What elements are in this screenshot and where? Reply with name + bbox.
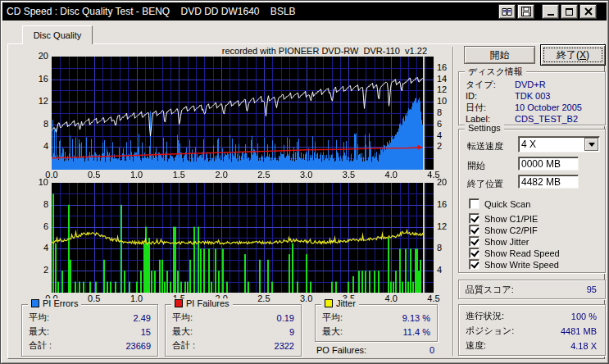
checkbox-show-jitter[interactable]: Show Jitter: [469, 236, 529, 247]
axis-tick-label: 2.0: [210, 170, 233, 180]
progress-row: 進行状況:100 %: [466, 310, 597, 322]
disc-type-row: タイプ:DVD+R: [466, 79, 598, 90]
pi-errors-group: PI Errors 平均:2.49 最大:15 合計 :23669: [21, 304, 158, 357]
exit-button[interactable]: 終了(X): [540, 44, 606, 66]
speed-label: 転送速度: [467, 140, 503, 152]
show-c2-pif-checkbox[interactable]: [469, 225, 479, 235]
disc-date-row: 日付:10 October 2005: [466, 102, 598, 113]
minimize-icon: [548, 8, 554, 16]
pi-errors-max-row: 最大:15: [29, 325, 151, 338]
titlebar: CD Speed : Disc Quality Test - BENQ DVD …: [2, 2, 607, 20]
pi-errors-total-row: 合計 :23669: [29, 339, 151, 352]
axis-tick-label: 4.0: [379, 293, 402, 304]
axis-tick-label: 0.5: [83, 293, 106, 304]
pi-failures-group: PI Failures 平均:0.19 最大:9 合計 :2322: [165, 304, 302, 357]
axis-tick-label: 3.0: [295, 170, 318, 180]
disc-id-row: ID:TDK 003: [466, 90, 598, 102]
axis-tick-label: 6: [14, 221, 48, 232]
checkbox-show-write-speed[interactable]: Show Write Speed: [469, 259, 559, 270]
start-button[interactable]: 開始: [464, 46, 535, 64]
minimize-button[interactable]: [542, 4, 559, 19]
axis-tick-label: 2.5: [252, 293, 275, 304]
speed-select[interactable]: 4 X: [518, 136, 600, 152]
combo-dropdown-button[interactable]: [584, 138, 598, 151]
chevron-down-icon: [589, 143, 595, 147]
pi-failures-total-row: 合計 :2322: [172, 339, 294, 352]
quality-score-row: 品質スコア: 95: [466, 280, 597, 298]
axis-tick-label: 12: [14, 96, 48, 107]
axis-tick-label: 8: [14, 199, 48, 210]
pi-errors-legend-swatch: [31, 299, 39, 307]
axis-tick-label: 4: [14, 141, 48, 152]
jitter-max-row: 最大:11.4 %: [322, 325, 430, 338]
app-window: CD Speed : Disc Quality Test - BENQ DVD …: [0, 0, 609, 364]
pi-failures-title: PI Failures: [186, 298, 230, 308]
show-write-speed-checkbox[interactable]: [469, 259, 479, 270]
axis-tick-label: 3.0: [295, 293, 318, 304]
disc-info-group: ディスク情報 タイプ:DVD+R ID:TDK 003 日付:10 Octobe…: [458, 71, 606, 125]
axis-tick-label: 20: [14, 51, 48, 61]
checkbox-show-c2-pif[interactable]: Show C2/PIF: [469, 225, 538, 235]
disc-info-title: ディスク情報: [465, 66, 526, 78]
window-title: CD Speed : Disc Quality Test - BENQ DVD …: [2, 6, 296, 17]
pi-failures-max-row: 最大:9: [172, 325, 294, 338]
axis-tick-label: 16: [14, 74, 48, 84]
checkbox-show-c1-pie[interactable]: Show C1/PIE: [469, 213, 538, 224]
axis-tick-label: 4: [14, 243, 48, 253]
axis-tick-label: 8: [14, 119, 48, 130]
save-icon[interactable]: [517, 4, 534, 19]
quality-score-value: 95: [587, 284, 597, 294]
axis-tick-label: 4.5: [422, 293, 445, 304]
jitter-avg-row: 平均:9.13 %: [322, 312, 430, 324]
show-c1-pie-checkbox[interactable]: [469, 213, 479, 224]
position-row: ポジション:4481 MB: [466, 325, 597, 337]
show-jitter-checkbox[interactable]: [469, 236, 479, 247]
axis-tick-label: 1.0: [125, 293, 148, 304]
quality-score-box: 品質スコア: 95: [458, 280, 606, 299]
end-pos-field[interactable]: 4482 MB: [518, 175, 579, 189]
checkbox-show-read-speed[interactable]: Show Read Speed: [469, 248, 560, 258]
show-read-speed-checkbox[interactable]: [469, 248, 479, 258]
close-icon: [584, 7, 593, 16]
axis-tick-label: 2: [14, 265, 48, 275]
maximize-icon: [566, 8, 573, 16]
axis-tick-label: 0.5: [83, 170, 106, 180]
checkbox-quick-scan[interactable]: Quick Scan: [469, 198, 530, 209]
book-icon[interactable]: [498, 4, 516, 19]
tab-disc-quality[interactable]: Disc Quality: [22, 25, 93, 44]
jitter-chart-canvas: [52, 183, 434, 293]
jitter-group: Jitter 平均:9.13 % 最大:11.4 %: [315, 304, 438, 342]
axis-tick-label: 1.0: [125, 170, 148, 180]
close-button[interactable]: [579, 4, 597, 19]
settings-group: Settings 転送速度 4 X 開始 0000 MB 終了位置 4482 M…: [458, 129, 606, 273]
jitter-legend-swatch: [325, 299, 333, 307]
vertical-separator: [452, 47, 454, 356]
axis-tick-label: 4.0: [379, 170, 402, 180]
maximize-button[interactable]: [561, 4, 578, 19]
pi-failures-legend-swatch: [175, 299, 183, 307]
axis-tick-label: 2.5: [252, 170, 275, 180]
progress-box: 進行状況:100 % ポジション:4481 MB 速度:4.18 X: [458, 304, 606, 356]
end-pos-label: 終了位置: [467, 178, 503, 190]
speed-row: 速度:4.18 X: [466, 339, 597, 352]
pi-errors-title: PI Errors: [43, 298, 78, 308]
pi-failures-avg-row: 平均:0.19: [172, 312, 294, 324]
axis-tick-label: 10: [14, 177, 48, 188]
quick-scan-checkbox[interactable]: [469, 198, 479, 209]
recorded-note: recorded with PIONEER DVD-RW DVR-110 v1.…: [52, 46, 427, 56]
axis-tick-label: 3.5: [337, 170, 360, 180]
po-failures-label: PO Failures:: [316, 345, 366, 355]
po-failures-value: 0: [429, 345, 434, 355]
jitter-title: Jitter: [336, 298, 356, 308]
quality-chart-canvas: [52, 57, 434, 170]
start-pos-field[interactable]: 0000 MB: [518, 157, 579, 171]
start-pos-label: 開始: [467, 160, 485, 172]
quality-score-label: 品質スコア:: [466, 284, 514, 296]
axis-tick-label: 1.5: [167, 170, 190, 180]
po-failures-row: PO Failures: 0: [316, 345, 434, 355]
pi-errors-avg-row: 平均:2.49: [29, 312, 151, 324]
settings-title: Settings: [465, 123, 504, 133]
